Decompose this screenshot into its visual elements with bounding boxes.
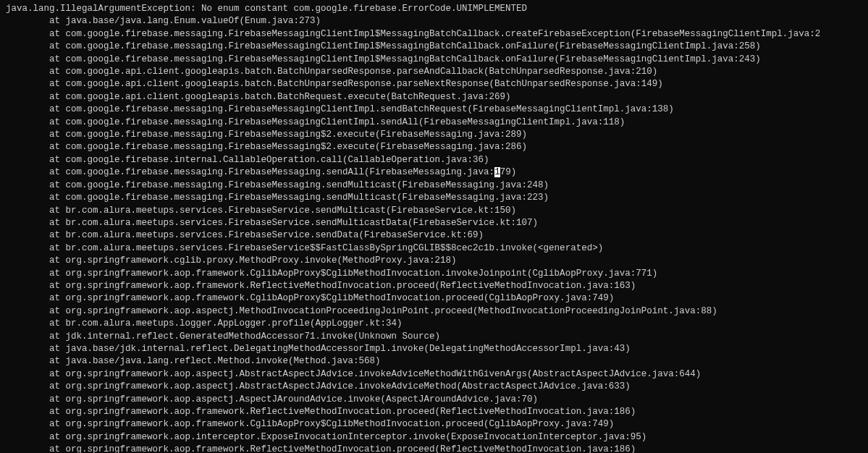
stack-frame-line[interactable]: at java.base/jdk.internal.reflect.Delega… <box>6 343 868 355</box>
stack-frame-line[interactable]: at org.springframework.aop.framework.Ref… <box>6 280 868 292</box>
stack-frame-line[interactable]: at org.springframework.aop.framework.Ref… <box>6 406 868 418</box>
stack-frame-line[interactable]: at com.google.firebase.messaging.Firebas… <box>6 103 868 116</box>
stack-frame-line[interactable]: at com.google.firebase.messaging.Firebas… <box>6 179 868 192</box>
stack-frame-line[interactable]: at org.springframework.aop.framework.Cgl… <box>6 418 868 431</box>
stack-frame-line[interactable]: at java.base/java.lang.Enum.valueOf(Enum… <box>6 15 868 27</box>
stack-frame-line[interactable]: at org.springframework.aop.aspectj.Abstr… <box>6 381 868 393</box>
stack-frame-line[interactable]: at com.google.api.client.googleapis.batc… <box>6 66 868 78</box>
stack-frame-line[interactable]: at com.google.firebase.messaging.Firebas… <box>6 117 868 129</box>
exception-header[interactable]: java.lang.IllegalArgumentException: No e… <box>6 3 868 15</box>
stack-frame-line[interactable]: at br.com.alura.meetups.logger.AppLogger… <box>6 318 868 330</box>
stack-frame-line[interactable]: at com.google.api.client.googleapis.batc… <box>6 91 868 103</box>
stack-frame-line[interactable]: at br.com.alura.meetups.services.Firebas… <box>6 217 868 229</box>
stack-frame-line[interactable]: at com.google.firebase.internal.Callable… <box>6 154 868 166</box>
stack-frame-line[interactable]: at com.google.firebase.messaging.Firebas… <box>6 41 868 53</box>
stack-frame-line[interactable]: at com.google.firebase.messaging.Firebas… <box>6 166 868 179</box>
stack-frame-line[interactable]: at org.springframework.aop.aspectj.Aspec… <box>6 394 868 406</box>
stack-frame-line[interactable]: at org.springframework.aop.interceptor.E… <box>6 431 868 444</box>
stack-frame-line[interactable]: at com.google.firebase.messaging.Firebas… <box>6 141 868 153</box>
stack-frame-line[interactable]: at org.springframework.aop.framework.Ref… <box>6 444 868 453</box>
stack-frame-line[interactable]: at org.springframework.aop.aspectj.Abstr… <box>6 368 868 381</box>
stack-frame-line[interactable]: at org.springframework.aop.aspectj.Metho… <box>6 305 868 318</box>
stack-frame-line[interactable]: at com.google.firebase.messaging.Firebas… <box>6 28 868 41</box>
stack-frame-line[interactable]: at com.google.firebase.messaging.Firebas… <box>6 54 868 66</box>
selected-char: 1 <box>494 167 500 177</box>
stack-frame-line[interactable]: at java.base/java.lang.reflect.Method.in… <box>6 355 868 368</box>
stack-frame-line[interactable]: at org.springframework.aop.framework.Cgl… <box>6 292 868 305</box>
terminal-output[interactable]: java.lang.IllegalArgumentException: No e… <box>0 0 868 453</box>
stack-frame-line[interactable]: at br.com.alura.meetups.services.Firebas… <box>6 205 868 217</box>
stack-frame-line[interactable]: at org.springframework.aop.framework.Cgl… <box>6 268 868 280</box>
stack-frame-line[interactable]: at com.google.firebase.messaging.Firebas… <box>6 192 868 204</box>
stack-frame-line[interactable]: at com.google.api.client.googleapis.batc… <box>6 78 868 90</box>
stack-frame-line[interactable]: at br.com.alura.meetups.services.Firebas… <box>6 229 868 242</box>
stack-frame-line[interactable]: at org.springframework.cglib.proxy.Metho… <box>6 255 868 267</box>
stack-frame-line[interactable]: at jdk.internal.reflect.GeneratedMethodA… <box>6 331 868 343</box>
stack-frame-line[interactable]: at com.google.firebase.messaging.Firebas… <box>6 129 868 141</box>
stack-frame-line[interactable]: at br.com.alura.meetups.services.Firebas… <box>6 242 868 255</box>
